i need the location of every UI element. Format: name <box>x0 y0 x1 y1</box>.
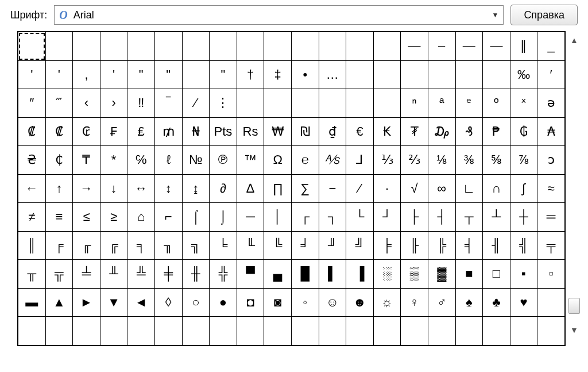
char-cell[interactable] <box>374 89 401 117</box>
char-cell[interactable]: ║ <box>18 232 45 260</box>
char-cell[interactable]: Ω <box>264 146 291 174</box>
char-cell[interactable] <box>537 289 564 317</box>
char-cell[interactable]: ' <box>100 61 127 89</box>
char-cell[interactable] <box>264 89 291 117</box>
char-cell[interactable]: ╔ <box>100 232 127 260</box>
char-cell[interactable]: † <box>237 61 264 89</box>
char-cell[interactable]: ╓ <box>73 232 100 260</box>
char-cell[interactable]: ╟ <box>401 232 428 260</box>
char-cell[interactable] <box>456 317 483 345</box>
char-cell[interactable]: … <box>319 61 346 89</box>
char-cell[interactable]: ª <box>428 89 455 117</box>
char-cell[interactable]: ⅝ <box>483 146 510 174</box>
help-button[interactable]: Справка <box>510 5 578 25</box>
char-cell[interactable]: ₤ <box>127 118 154 146</box>
char-cell[interactable]: ╠ <box>428 232 455 260</box>
char-cell[interactable]: ⋮ <box>210 89 237 117</box>
char-cell[interactable]: ⁿ <box>401 89 428 117</box>
char-cell[interactable]: ′ <box>537 61 564 89</box>
char-cell[interactable] <box>292 89 319 117</box>
char-cell[interactable] <box>18 32 45 60</box>
char-cell[interactable]: ₲ <box>510 118 537 146</box>
char-cell[interactable] <box>483 317 510 345</box>
char-cell[interactable]: ▫ <box>537 260 564 288</box>
scroll-thumb[interactable] <box>568 298 580 314</box>
char-cell[interactable]: ∙ <box>374 175 401 203</box>
char-cell[interactable]: ℮ <box>292 146 319 174</box>
char-cell[interactable]: – <box>428 32 455 60</box>
char-cell[interactable]: ⁄ <box>183 89 210 117</box>
char-cell[interactable]: ‰ <box>510 61 537 89</box>
char-cell[interactable]: ╕ <box>127 232 154 260</box>
char-cell[interactable]: ‾ <box>155 89 182 117</box>
char-cell[interactable]: ▲ <box>46 289 73 317</box>
char-cell[interactable]: │ <box>264 203 291 231</box>
char-cell[interactable]: ‼ <box>127 89 154 117</box>
char-cell[interactable] <box>46 317 73 345</box>
char-cell[interactable]: " <box>210 61 237 89</box>
scroll-down-icon[interactable]: ▼ <box>570 325 578 335</box>
char-cell[interactable]: Rs <box>237 118 264 146</box>
scroll-up-icon[interactable]: ▲ <box>570 36 578 45</box>
char-cell[interactable]: ╚ <box>264 232 291 260</box>
char-cell[interactable]: ≡ <box>46 203 73 231</box>
char-cell[interactable]: ₳ <box>537 118 564 146</box>
scrollbar[interactable]: ▲ ▼ <box>566 31 583 339</box>
char-cell[interactable]: ╗ <box>183 232 210 260</box>
char-cell[interactable]: ≤ <box>73 203 100 231</box>
char-cell[interactable]: ░ <box>374 260 401 288</box>
char-cell[interactable]: ┤ <box>428 203 455 231</box>
char-cell[interactable]: ╡ <box>456 232 483 260</box>
char-cell[interactable]: — <box>401 32 428 60</box>
char-cell[interactable]: ' <box>46 61 73 89</box>
char-cell[interactable]: ╩ <box>127 260 154 288</box>
char-cell[interactable]: Pts <box>210 118 237 146</box>
char-cell[interactable]: ″ <box>18 89 45 117</box>
char-cell[interactable]: ╜ <box>319 232 346 260</box>
char-cell[interactable]: ∟ <box>456 175 483 203</box>
char-cell[interactable]: — <box>483 32 510 60</box>
char-cell[interactable]: ₡ <box>46 118 73 146</box>
char-cell[interactable]: ‴ <box>46 89 73 117</box>
char-cell[interactable] <box>456 61 483 89</box>
char-cell[interactable]: € <box>346 118 373 146</box>
char-cell[interactable]: ╥ <box>18 260 45 288</box>
char-cell[interactable]: ╨ <box>100 260 127 288</box>
char-cell[interactable]: ₰ <box>456 118 483 146</box>
char-cell[interactable]: ‹ <box>73 89 100 117</box>
char-cell[interactable] <box>537 317 564 345</box>
char-cell[interactable]: ╣ <box>510 232 537 260</box>
char-cell[interactable]: ₪ <box>292 118 319 146</box>
char-cell[interactable]: ⅜ <box>456 146 483 174</box>
char-cell[interactable]: ₣ <box>100 118 127 146</box>
char-cell[interactable]: ∂ <box>210 175 237 203</box>
char-cell[interactable] <box>18 317 45 345</box>
char-cell[interactable]: ₥ <box>155 118 182 146</box>
char-cell[interactable]: ─ <box>237 203 264 231</box>
char-cell[interactable] <box>346 89 373 117</box>
char-cell[interactable] <box>237 89 264 117</box>
char-cell[interactable]: ₯ <box>428 118 455 146</box>
char-cell[interactable]: ◘ <box>237 289 264 317</box>
char-cell[interactable]: ⅞ <box>510 146 537 174</box>
char-cell[interactable]: ⌡ <box>210 203 237 231</box>
char-cell[interactable]: ▪ <box>510 260 537 288</box>
char-cell[interactable]: ∕ <box>346 175 373 203</box>
char-cell[interactable] <box>428 61 455 89</box>
char-cell[interactable]: ↨ <box>183 175 210 203</box>
char-cell[interactable]: ▀ <box>237 260 264 288</box>
char-cell[interactable]: ♂ <box>428 289 455 317</box>
char-cell[interactable] <box>374 317 401 345</box>
char-cell[interactable]: ⌠ <box>183 203 210 231</box>
char-cell[interactable]: ♠ <box>456 289 483 317</box>
char-cell[interactable]: ▐ <box>346 260 373 288</box>
char-cell[interactable]: ╒ <box>46 232 73 260</box>
char-cell[interactable]: ℓ <box>155 146 182 174</box>
char-cell[interactable]: ≈ <box>537 175 564 203</box>
char-cell[interactable]: ≠ <box>18 203 45 231</box>
char-cell[interactable] <box>483 61 510 89</box>
char-cell[interactable]: ╙ <box>237 232 264 260</box>
font-select[interactable]: O Arial ▼ <box>54 5 504 25</box>
char-cell[interactable] <box>401 317 428 345</box>
char-cell[interactable]: ‖ <box>510 32 537 60</box>
